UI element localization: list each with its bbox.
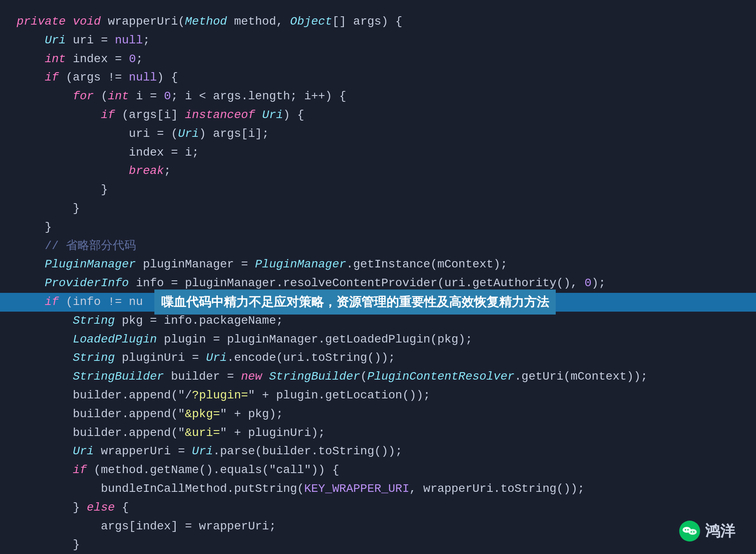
code-token: builder.append(" <box>17 408 185 421</box>
code-token: ProviderInfo <box>45 277 129 290</box>
code-token: " + pluginUri); <box>220 426 325 439</box>
code-token <box>17 71 45 84</box>
code-token: ) { <box>157 71 178 84</box>
code-line: Uri uri = null; <box>17 31 739 50</box>
code-token: Uri <box>178 127 199 140</box>
code-token: ; i < args.length; i++) { <box>171 90 346 103</box>
code-token: Method <box>185 15 227 28</box>
code-token: ?plugin= <box>192 389 248 402</box>
code-token: [] args) { <box>332 15 402 28</box>
code-token: uri = ( <box>17 127 178 140</box>
code-token: wrapperUri = <box>94 445 192 458</box>
code-token: (method.getName().equals("call")) { <box>87 463 339 476</box>
code-token <box>17 277 45 290</box>
code-token: PluginContentResolver <box>367 370 514 383</box>
code-token: pluginUri = <box>115 351 206 364</box>
code-token: (info != nu <box>59 295 143 308</box>
code-token: bundleInCallMethod.putString( <box>17 482 304 495</box>
code-token: i = <box>129 90 164 103</box>
code-token: (args != <box>59 71 129 84</box>
wechat-icon <box>679 521 700 541</box>
code-token: ; <box>136 53 143 65</box>
code-token: null <box>115 34 143 47</box>
code-token: Uri <box>262 108 283 121</box>
code-token: int <box>108 90 129 103</box>
code-token: StringBuilder <box>269 370 360 383</box>
code-token: ) { <box>283 108 304 121</box>
code-token: , wrapperUri.toString()); <box>409 482 585 495</box>
code-token: .getUri(mContext)); <box>514 370 648 383</box>
code-token: args[index] = wrapperUri; <box>17 520 276 533</box>
code-token: } <box>17 202 80 215</box>
code-line: builder.append("&pkg=" + pkg); <box>17 405 739 424</box>
code-token: index = i; <box>17 146 199 159</box>
code-token: builder = <box>164 370 241 383</box>
code-line: builder.append("&uri=" + pluginUri); <box>17 424 739 443</box>
code-line: index = i; <box>17 144 739 162</box>
code-token <box>17 164 129 177</box>
code-token: ); <box>592 277 606 290</box>
code-token <box>17 333 73 346</box>
code-line: private void wrapperUri(Method method, O… <box>17 13 739 31</box>
svg-point-5 <box>690 531 692 533</box>
code-token: Object <box>290 15 332 28</box>
svg-point-2 <box>688 529 697 535</box>
code-token: new <box>241 370 262 383</box>
code-token: info = pluginManager.resolveContentProvi… <box>129 277 585 290</box>
code-token: builder.append(" <box>17 426 185 439</box>
svg-point-6 <box>693 531 695 533</box>
code-token: " + plugin.getLocation()); <box>248 389 431 402</box>
code-token: ; <box>143 34 150 47</box>
code-token: (args[i] <box>115 108 185 121</box>
svg-point-3 <box>685 529 686 531</box>
code-line: uri = (Uri) args[i]; <box>17 125 739 144</box>
code-line: PluginManager pluginManager = PluginMana… <box>17 255 739 274</box>
code-token: ( <box>94 90 108 103</box>
code-token <box>17 445 73 458</box>
code-token: String <box>73 314 115 327</box>
code-token: { <box>115 501 129 514</box>
code-token: wrapperUri( <box>101 15 185 28</box>
code-line: if (args != null) { <box>17 68 739 87</box>
code-token <box>17 90 73 103</box>
code-token <box>17 295 45 308</box>
tooltip-banner: 喋血代码中精力不足应对策略，资源管理的重要性及高效恢复精力方法 <box>154 290 556 315</box>
code-token <box>17 314 73 327</box>
code-token: else <box>87 501 115 514</box>
code-token: uri = <box>66 34 115 47</box>
watermark: 鸿洋 <box>679 521 735 541</box>
code-token: ; <box>164 164 171 177</box>
code-token: builder.append("/ <box>17 389 192 402</box>
code-line: Uri wrapperUri = Uri.parse(builder.toStr… <box>17 442 739 461</box>
code-token: ) args[i]; <box>199 127 269 140</box>
code-token: PluginManager <box>45 258 136 271</box>
code-token: void <box>73 15 101 28</box>
code-line: for (int i = 0; i < args.length; i++) { <box>17 87 739 106</box>
code-token <box>17 370 73 383</box>
code-token <box>255 108 262 121</box>
code-token: null <box>129 71 157 84</box>
code-line: if (args[i] instanceof Uri) { <box>17 106 739 125</box>
code-token: Uri <box>206 351 227 364</box>
code-token: .parse(builder.toString()); <box>213 445 403 458</box>
code-token: &pkg= <box>185 408 220 421</box>
code-token: break <box>129 164 164 177</box>
code-token: Uri <box>45 34 66 47</box>
code-token <box>17 34 45 47</box>
code-token: // 省略部分代码 <box>17 239 136 252</box>
code-token <box>17 463 73 476</box>
code-block: private void wrapperUri(Method method, O… <box>17 13 739 554</box>
code-token: &uri= <box>185 426 220 439</box>
code-token: plugin = pluginManager.getLoadedPlugin(p… <box>157 333 472 346</box>
code-line: bundleInCallMethod.putString(KEY_WRAPPER… <box>17 480 739 499</box>
code-token: .getInstance(mContext); <box>346 258 507 271</box>
code-line: } else { <box>17 499 739 517</box>
code-token: 0 <box>585 277 592 290</box>
code-token: private <box>17 15 73 28</box>
code-token: PluginManager <box>255 258 346 271</box>
code-token <box>17 53 45 65</box>
code-token: pkg = info.packageName; <box>115 314 283 327</box>
code-token: method, <box>227 15 290 28</box>
svg-point-4 <box>687 529 689 531</box>
code-token: KEY_WRAPPER_URI <box>304 482 409 495</box>
